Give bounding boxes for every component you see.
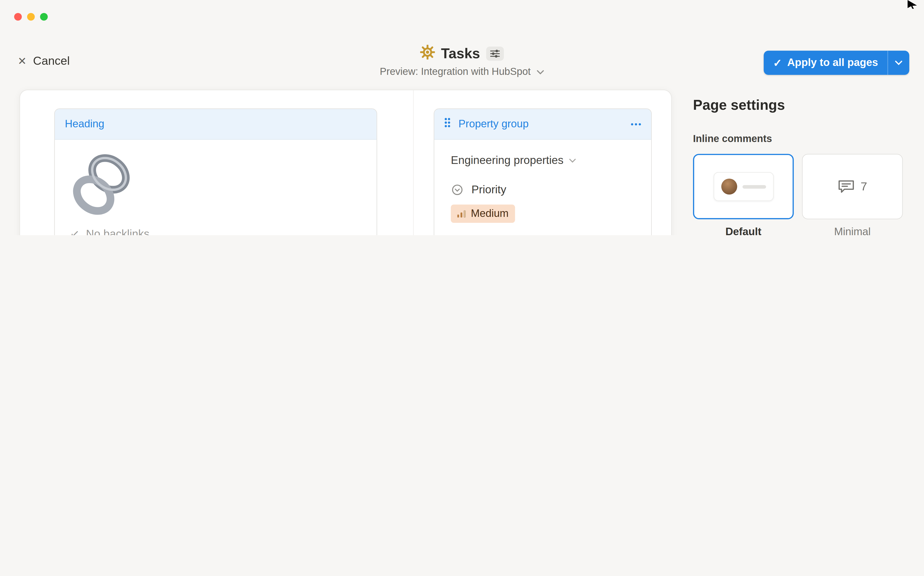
inline-comments-default-option[interactable] (693, 154, 794, 219)
sliders-icon (490, 49, 500, 58)
mouse-cursor (907, 0, 917, 9)
app-window: ✕ Cancel Tasks Preview: Integration with… (0, 0, 924, 235)
more-options-icon[interactable]: ••• (631, 120, 642, 128)
comment-preview (713, 172, 773, 201)
property-name: Priority (471, 183, 506, 197)
property-group-header[interactable]: Property group ••• (434, 109, 651, 139)
column-divider (413, 90, 413, 235)
backlink-arrow-icon: ↙ (70, 227, 80, 235)
page-title: Tasks (441, 45, 480, 62)
layout-settings-button[interactable] (486, 46, 504, 61)
property-priority[interactable]: Priority (451, 183, 635, 197)
heading-block-header[interactable]: Heading (55, 109, 377, 139)
close-window-button[interactable] (14, 13, 22, 21)
comment-bubble-icon (838, 179, 855, 194)
zoom-window-button[interactable] (40, 13, 48, 21)
chain-links-page-icon[interactable] (68, 153, 361, 221)
priority-select-icon (451, 184, 464, 196)
apply-label: Apply to all pages (787, 56, 878, 69)
heading-block[interactable]: Heading ↙ No backlinks Integration with … (54, 109, 377, 235)
check-icon: ✓ (773, 56, 782, 69)
drag-handle-icon[interactable] (443, 117, 452, 131)
inline-comments-minimal-option[interactable]: 7 (802, 154, 903, 219)
page-preview-canvas: Heading ↙ No backlinks Integration with … (19, 90, 672, 235)
heading-block-body: ↙ No backlinks Integration with HubSpot … (55, 139, 377, 235)
page-settings-panel: Page settings Inline comments 7 Default … (693, 97, 903, 235)
chevron-down-icon (569, 158, 576, 163)
signal-bars-icon (457, 210, 465, 218)
property-group-body: Engineering properties Priority Medium (434, 139, 651, 235)
priority-value-pill[interactable]: Medium (451, 205, 515, 223)
chevron-down-icon (895, 60, 903, 66)
section-engineering-properties[interactable]: Engineering properties (451, 154, 635, 167)
property-group-label: Property group (458, 118, 624, 130)
avatar (721, 179, 737, 195)
minimize-window-button[interactable] (27, 13, 35, 21)
backlinks-indicator[interactable]: ↙ No backlinks (70, 227, 361, 235)
chevron-down-icon (536, 69, 544, 75)
option-caption-default: Default (693, 226, 794, 235)
panel-title: Page settings (693, 97, 903, 114)
window-controls (14, 13, 48, 21)
preview-label: Preview: Integration with HubSpot (380, 66, 531, 78)
comment-count: 7 (861, 180, 867, 193)
apply-to-all-pages-button[interactable]: ✓ Apply to all pages (764, 51, 909, 75)
backlinks-label: No backlinks (86, 227, 149, 235)
section-title: Engineering properties (451, 154, 563, 167)
heading-block-label: Heading (65, 118, 104, 130)
gear-page-icon (420, 45, 435, 62)
property-group-block[interactable]: Property group ••• Engineering propertie… (434, 109, 652, 235)
apply-dropdown-button[interactable] (888, 51, 909, 75)
inline-comments-label: Inline comments (693, 133, 903, 145)
priority-value: Medium (471, 208, 509, 220)
option-caption-minimal: Minimal (802, 226, 903, 235)
